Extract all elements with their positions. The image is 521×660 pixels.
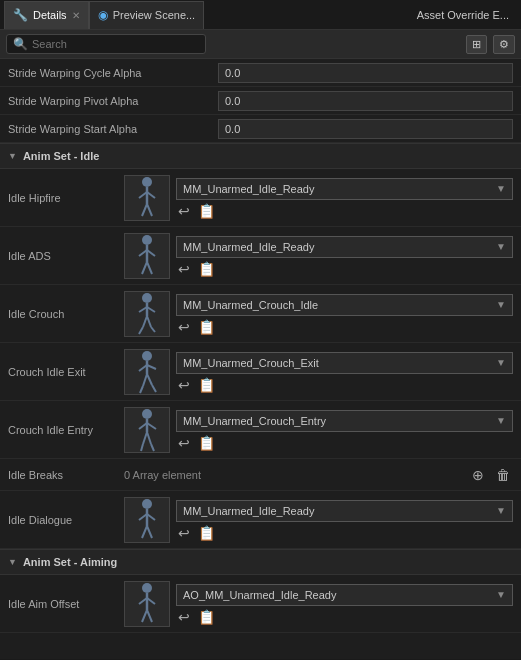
svg-line-11 <box>147 262 152 274</box>
search-input[interactable] <box>32 38 199 50</box>
anim-hipfire-value: MM_Unarmed_Idle_Ready <box>183 183 314 195</box>
anim-ads-browse[interactable]: 📋 <box>196 262 217 276</box>
anim-ads-thumb <box>124 233 170 279</box>
anim-row-crouch-entry: Crouch Idle Entry MM_Unarmed_Crouch_Entr… <box>0 401 521 459</box>
anim-crouch-dropdown[interactable]: MM_Unarmed_Crouch_Idle ▼ <box>176 294 513 316</box>
section-idle-arrow: ▼ <box>8 151 17 161</box>
svg-line-18 <box>147 316 151 327</box>
svg-point-28 <box>142 409 152 419</box>
anim-row-idle-dialogue: Idle Dialogue MM_Unarmed_Idle_Ready ▼ ↩ … <box>0 491 521 549</box>
idle-breaks-delete[interactable]: 🗑 <box>493 467 513 483</box>
anim-aim-offset-browse[interactable]: 📋 <box>196 610 217 624</box>
anim-ads-value: MM_Unarmed_Idle_Ready <box>183 241 314 253</box>
toolbar: 🔍 ⊞ ⚙ <box>0 30 521 59</box>
section-anim-idle[interactable]: ▼ Anim Set - Idle <box>0 143 521 169</box>
section-aiming-title: Anim Set - Aiming <box>23 556 117 568</box>
svg-line-46 <box>142 610 147 622</box>
section-anim-aiming[interactable]: ▼ Anim Set - Aiming <box>0 549 521 575</box>
prop-stride-cycle-label: Stride Warping Cycle Alpha <box>8 67 218 79</box>
grid-view-button[interactable]: ⊞ <box>466 35 487 54</box>
anim-aim-offset-controls: AO_MM_Unarmed_Idle_Ready ▼ ↩ 📋 <box>176 584 513 624</box>
anim-dialogue-browse[interactable]: 📋 <box>196 526 217 540</box>
svg-line-5 <box>147 204 152 216</box>
anim-crouch-label: Idle Crouch <box>8 308 118 320</box>
anim-crouch-exit-dropdown[interactable]: MM_Unarmed_Crouch_Exit ▼ <box>176 352 513 374</box>
tab-preview-label: Preview Scene... <box>113 9 196 21</box>
svg-line-34 <box>147 432 151 444</box>
anim-crouch-reset[interactable]: ↩ <box>176 320 192 334</box>
anim-ads-dropdown[interactable]: MM_Unarmed_Idle_Ready ▼ <box>176 236 513 258</box>
svg-line-25 <box>140 386 143 393</box>
anim-crouch-exit-thumb <box>124 349 170 395</box>
svg-line-24 <box>143 374 147 386</box>
search-icon: 🔍 <box>13 37 28 51</box>
preview-icon: ◉ <box>98 8 108 22</box>
anim-hipfire-dropdown[interactable]: MM_Unarmed_Idle_Ready ▼ <box>176 178 513 200</box>
prop-stride-cycle-value[interactable]: 0.0 <box>218 63 513 83</box>
anim-crouch-thumb <box>124 291 170 337</box>
tab-details[interactable]: 🔧 Details ✕ <box>4 1 89 29</box>
svg-point-12 <box>142 293 152 303</box>
prop-stride-start: Stride Warping Start Alpha 0.0 <box>0 115 521 143</box>
anim-crouch-entry-browse[interactable]: 📋 <box>196 436 217 450</box>
tab-details-close[interactable]: ✕ <box>72 10 80 21</box>
anim-crouch-controls: MM_Unarmed_Crouch_Idle ▼ ↩ 📋 <box>176 294 513 334</box>
anim-hipfire-browse[interactable]: 📋 <box>196 204 217 218</box>
anim-ads-reset[interactable]: ↩ <box>176 262 192 276</box>
settings-button[interactable]: ⚙ <box>493 35 515 54</box>
wrench-icon: 🔧 <box>13 8 28 22</box>
svg-line-23 <box>147 365 156 369</box>
prop-stride-pivot: Stride Warping Pivot Alpha 0.0 <box>0 87 521 115</box>
prop-stride-pivot-value[interactable]: 0.0 <box>218 91 513 111</box>
svg-line-35 <box>151 444 154 451</box>
anim-row-idle-ads: Idle ADS MM_Unarmed_Idle_Ready ▼ ↩ 📋 <box>0 227 521 285</box>
search-box[interactable]: 🔍 <box>6 34 206 54</box>
anim-crouch-exit-label: Crouch Idle Exit <box>8 366 118 378</box>
anim-dialogue-label: Idle Dialogue <box>8 514 118 526</box>
prop-stride-cycle: Stride Warping Cycle Alpha 0.0 <box>0 59 521 87</box>
anim-dialogue-dropdown[interactable]: MM_Unarmed_Idle_Ready ▼ <box>176 500 513 522</box>
prop-stride-start-value[interactable]: 0.0 <box>218 119 513 139</box>
anim-row-idle-hipfire: Idle Hipfire MM_Unarmed_Idle_Ready ▼ ↩ 📋 <box>0 169 521 227</box>
content-area: Stride Warping Cycle Alpha 0.0 Stride Wa… <box>0 59 521 659</box>
svg-point-36 <box>142 499 152 509</box>
anim-ads-label: Idle ADS <box>8 250 118 262</box>
svg-line-27 <box>152 385 156 392</box>
svg-line-31 <box>147 423 156 429</box>
anim-row-idle-breaks: Idle Breaks 0 Array element ⊕ 🗑 <box>0 459 521 491</box>
anim-aim-offset-thumb <box>124 581 170 627</box>
anim-crouch-entry-reset[interactable]: ↩ <box>176 436 192 450</box>
idle-breaks-value: 0 Array element <box>124 469 463 481</box>
svg-line-41 <box>147 526 152 538</box>
anim-crouch-entry-controls: MM_Unarmed_Crouch_Entry ▼ ↩ 📋 <box>176 410 513 450</box>
svg-line-32 <box>143 432 147 444</box>
asset-override-label: Asset Override E... <box>409 9 517 21</box>
anim-hipfire-label: Idle Hipfire <box>8 192 118 204</box>
svg-line-10 <box>142 262 147 274</box>
section-idle-title: Anim Set - Idle <box>23 150 99 162</box>
anim-hipfire-reset[interactable]: ↩ <box>176 204 192 218</box>
anim-hipfire-thumb <box>124 175 170 221</box>
svg-line-26 <box>147 374 152 385</box>
anim-row-idle-crouch: Idle Crouch MM_Unarmed_Crouch_Idle ▼ <box>0 285 521 343</box>
anim-crouch-exit-browse[interactable]: 📋 <box>196 378 217 392</box>
anim-crouch-browse[interactable]: 📋 <box>196 320 217 334</box>
svg-point-20 <box>142 351 152 361</box>
anim-crouch-entry-thumb <box>124 407 170 453</box>
anim-dialogue-reset[interactable]: ↩ <box>176 526 192 540</box>
anim-crouch-exit-value: MM_Unarmed_Crouch_Exit <box>183 357 319 369</box>
svg-point-0 <box>142 177 152 187</box>
anim-aim-offset-reset[interactable]: ↩ <box>176 610 192 624</box>
idle-breaks-add[interactable]: ⊕ <box>469 467 487 483</box>
anim-crouch-exit-controls: MM_Unarmed_Crouch_Exit ▼ ↩ 📋 <box>176 352 513 392</box>
tab-preview[interactable]: ◉ Preview Scene... <box>89 1 205 29</box>
svg-point-42 <box>142 583 152 593</box>
anim-crouch-exit-reset[interactable]: ↩ <box>176 378 192 392</box>
anim-crouch-entry-label: Crouch Idle Entry <box>8 424 118 436</box>
prop-stride-start-label: Stride Warping Start Alpha <box>8 123 218 135</box>
anim-aim-offset-value: AO_MM_Unarmed_Idle_Ready <box>183 589 336 601</box>
anim-crouch-entry-dropdown[interactable]: MM_Unarmed_Crouch_Entry ▼ <box>176 410 513 432</box>
svg-line-33 <box>141 444 143 451</box>
anim-hipfire-controls: MM_Unarmed_Idle_Ready ▼ ↩ 📋 <box>176 178 513 218</box>
anim-aim-offset-dropdown[interactable]: AO_MM_Unarmed_Idle_Ready ▼ <box>176 584 513 606</box>
